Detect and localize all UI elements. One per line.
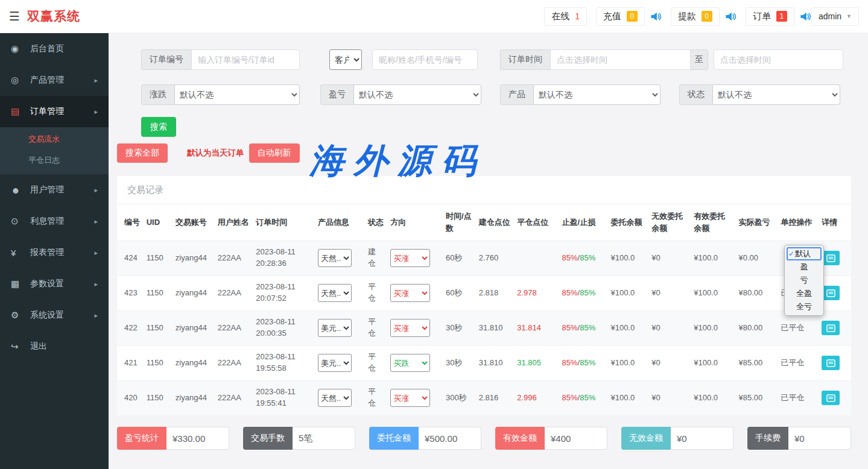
filter-row-1: 订单编号 客户 订单时间 至 [141, 49, 851, 70]
sidebar-item-params[interactable]: ▦参数设置▸ [0, 268, 109, 300]
sidebar-item-order[interactable]: ▤订单管理▸ [0, 96, 109, 127]
column-header: 时间/点数 [443, 204, 476, 241]
dashboard-icon: ◉ [11, 43, 26, 54]
sidebar-subitem-trade-flow[interactable]: 交易流水 [0, 128, 109, 150]
sidebar-item-system[interactable]: ⚙系统设置▸ [0, 300, 109, 331]
detail-button[interactable] [822, 251, 840, 265]
direction-cell: 买涨 [387, 380, 443, 415]
online-stat-box[interactable]: 在线1 [544, 7, 587, 26]
summary-label: 手续费 [747, 427, 788, 450]
admin-user-dropdown[interactable]: admin ▼ [811, 7, 859, 26]
withdraw-stat-box[interactable]: 提款0 [671, 7, 720, 26]
column-header: 实际盈亏 [736, 204, 778, 241]
status-filter-select[interactable]: 默认不选 [712, 84, 840, 105]
column-header: 订单时间 [253, 204, 315, 241]
dropdown-option[interactable]: ✓默认 [787, 247, 822, 260]
sidebar-item-home[interactable]: ◉后台首页 [0, 33, 109, 65]
product-select[interactable]: 天然... [318, 249, 352, 267]
order-no-label: 订单编号 [141, 49, 191, 70]
end-time-input[interactable] [714, 49, 843, 70]
dropdown-option[interactable]: 全亏 [787, 300, 822, 313]
product-cell: 天然... [315, 275, 365, 310]
customer-keyword-input[interactable] [372, 49, 478, 70]
search-all-button[interactable]: 搜索全部 [117, 143, 168, 163]
entrust-balance: ¥100.0 [607, 380, 648, 415]
sidebar-item-label: 报表管理 [30, 247, 64, 258]
chevron-right-icon: ▸ [94, 218, 98, 225]
detail-button[interactable] [822, 321, 840, 335]
direction-select[interactable]: 买涨 [390, 389, 430, 407]
duration: 300秒 [443, 380, 476, 415]
product-select[interactable]: 天然... [318, 284, 352, 302]
dropdown-option[interactable]: 亏 [787, 274, 822, 287]
search-button[interactable]: 搜索 [141, 117, 176, 137]
summary-bar: 盈亏统计¥330.00交易手数5笔委托金额¥500.00有效金额¥400无效金额… [117, 427, 851, 450]
sidebar-item-report[interactable]: ¥报表管理▸ [0, 237, 109, 268]
detail-button[interactable] [822, 391, 840, 405]
invalid-entrust-balance: ¥0 [648, 380, 691, 415]
sidebar-item-user[interactable]: ☻用户管理▸ [0, 174, 109, 206]
product-cell: 天然... [315, 241, 365, 275]
detail-button[interactable] [822, 356, 840, 370]
hamburger-menu-icon[interactable]: ☰ [9, 9, 20, 24]
product-select[interactable]: 天然... [318, 389, 352, 407]
summary-entrust-amount: 委托金额¥500.00 [369, 427, 481, 450]
position-status: 平仓 [365, 310, 387, 345]
sidebar-item-label: 后台首页 [30, 43, 64, 54]
dropdown-option[interactable]: 全盈 [787, 287, 822, 300]
column-header: 状态 [365, 204, 387, 241]
records-table: 编号UID交易账号用户姓名订单时间产品信息状态方向时间/点数建仓点位平仓点位止盈… [117, 204, 851, 415]
detail-cell [819, 345, 851, 380]
recharge-stat-box[interactable]: 充值0 [596, 7, 645, 26]
direction-select[interactable]: 买涨 [390, 319, 430, 337]
product-filter-select[interactable]: 默认不选 [533, 84, 661, 105]
trade-account: ziyang44 [173, 310, 215, 345]
table-row: 4241150ziyang44222AA2023-08-1120:28:36天然… [117, 241, 851, 275]
customer-type-select[interactable]: 客户 [329, 49, 362, 70]
summary-value: ¥0 [788, 427, 851, 450]
invalid-entrust-balance: ¥0 [648, 345, 691, 380]
product-select[interactable]: 美元... [318, 319, 352, 337]
updown-select[interactable]: 默认不选 [174, 84, 300, 105]
updown-filter: 涨跌 默认不选 [141, 84, 300, 105]
valid-entrust-balance: ¥100.0 [691, 345, 735, 380]
direction-select[interactable]: 买跌 [390, 354, 430, 372]
order-id: 420 [117, 380, 144, 415]
order-document-icon: ▤ [11, 106, 26, 117]
stat-value: 0 [627, 11, 638, 22]
product-select[interactable]: 美元... [318, 354, 352, 372]
speaker-icon[interactable] [725, 11, 737, 22]
direction-select[interactable]: 买涨 [390, 284, 430, 302]
sidebar-item-product[interactable]: ◎产品管理▸ [0, 65, 109, 96]
product-cell: 美元... [315, 310, 365, 345]
sidebar-subitem-close-log[interactable]: 平仓日志 [0, 150, 109, 171]
logout-icon: ↪ [11, 341, 26, 352]
direction-select[interactable]: 买涨 [390, 249, 430, 267]
invalid-entrust-balance: ¥0 [648, 275, 691, 310]
direction-cell: 买涨 [387, 310, 443, 345]
panel-title: 交易记录 [117, 176, 851, 204]
actual-profit: ¥80.00 [736, 310, 778, 345]
detail-button[interactable] [822, 286, 840, 300]
dropdown-option[interactable]: 盈 [787, 260, 822, 274]
order-no-input[interactable] [191, 49, 300, 70]
control-dropdown-menu[interactable]: ✓默认盈亏全盈全亏 [784, 245, 824, 316]
auto-refresh-button[interactable]: 自动刷新 [249, 143, 300, 163]
orders-stat-box[interactable]: 订单1 [746, 7, 794, 26]
profit-loss-select[interactable]: 默认不选 [353, 84, 481, 105]
order-time: 2023-08-1119:55:41 [253, 380, 315, 415]
user-name: 222AA [215, 380, 253, 415]
sidebar-item-label: 退出 [30, 341, 47, 352]
sidebar-item-interest[interactable]: ⊙利息管理▸ [0, 206, 109, 237]
summary-trade-count: 交易手数5笔 [243, 427, 355, 450]
summary-value: 5笔 [293, 427, 355, 450]
sidebar-item-logout[interactable]: ↪退出 [0, 331, 109, 362]
start-time-input[interactable] [550, 49, 691, 70]
speaker-icon[interactable] [650, 11, 662, 22]
valid-entrust-balance: ¥100.0 [691, 380, 735, 415]
column-header: 单控操作 [778, 204, 819, 241]
speaker-icon[interactable] [800, 11, 811, 22]
close-point: 31.814 [514, 310, 559, 345]
duration: 60秒 [443, 241, 476, 275]
order-id: 424 [117, 241, 144, 275]
